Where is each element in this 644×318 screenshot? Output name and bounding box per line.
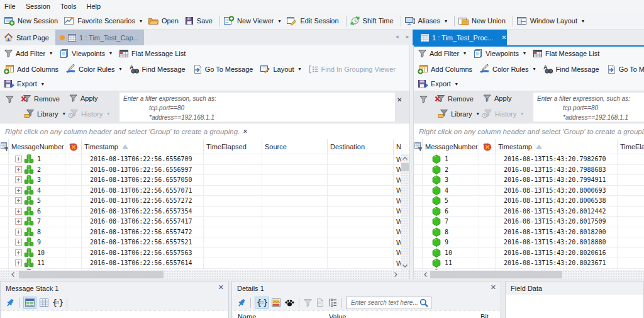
menu-tools[interactable]: Tools [59, 1, 78, 11]
details-search-input[interactable]: Enter search text here... [346, 297, 431, 309]
pin-icon[interactable] [5, 298, 15, 308]
expander-icon[interactable] [15, 249, 22, 256]
close-panel-icon[interactable]: ✕ [491, 283, 496, 292]
table-row[interactable]: 12016-08-13T06:22:56.6556709W [0, 154, 409, 165]
table-row[interactable]: 82016-08-13T15:43:20.8018200 [414, 227, 644, 238]
expander-icon[interactable] [15, 229, 22, 236]
column-header-destination[interactable]: Destination [328, 139, 394, 154]
expander-icon[interactable] [15, 208, 22, 215]
close-filter-icon[interactable]: ✕ [397, 96, 402, 103]
library-filter-button[interactable]: Library▾ [438, 109, 479, 118]
go-to-message-button[interactable]: Go To Message [606, 64, 644, 74]
menu-file[interactable]: File [3, 1, 17, 11]
new-session-button[interactable]: New Session [4, 16, 58, 26]
table-row[interactable]: 102016-08-13T15:43:20.8020616 [414, 248, 644, 259]
table-row[interactable]: 52016-08-13T15:43:20.8006538 [414, 196, 644, 207]
scroll-up-icon[interactable] [401, 154, 409, 163]
save-button[interactable]: Save [184, 16, 213, 26]
horizontal-scrollbar[interactable] [414, 270, 644, 279]
favorite-scenarios-button[interactable]: Favorite Scenarios▾ [64, 16, 142, 26]
column-header-messagenumber[interactable]: MessageNumber [423, 139, 479, 154]
pane-splitter[interactable] [409, 45, 414, 279]
scrollbar-thumb[interactable] [401, 163, 409, 171]
expander-icon[interactable] [15, 156, 22, 162]
details-column-name[interactable]: Name [238, 313, 256, 318]
add-columns-button[interactable]: Add Columns [4, 64, 58, 74]
history-filter-button[interactable]: History▾ [68, 109, 109, 118]
tab-tim-test-cap[interactable]: 1 : Tim_Test_Cap... [55, 30, 144, 45]
menu-help[interactable]: Help [86, 1, 103, 11]
table-row[interactable]: 92016-08-13T06:22:56.6557521W [0, 237, 409, 248]
picture-view-icon[interactable] [271, 298, 282, 307]
table-row[interactable]: 62016-08-13T06:22:56.6557354W [0, 207, 409, 217]
column-header-timeelapsed[interactable]: TimeElapsed [618, 139, 644, 154]
tab-scroll-arrows[interactable]: ◂ ▸ [396, 33, 413, 40]
expander-icon[interactable] [15, 176, 22, 183]
find-message-button[interactable]: AFind Message [129, 64, 186, 74]
shift-time-button[interactable]: Shift Time [350, 16, 394, 26]
table-row[interactable]: 32016-08-13T06:22:56.6557050W [0, 175, 409, 186]
scroll-right-icon[interactable] [391, 270, 400, 279]
scrollbar-thumb[interactable] [430, 271, 562, 278]
library-filter-button[interactable]: Library▾ [24, 109, 65, 118]
expander-icon[interactable] [15, 187, 22, 194]
table-row[interactable]: 112016-08-13T06:22:56.6557614W [0, 258, 409, 269]
braces-view-icon[interactable]: {} [255, 297, 268, 308]
remove-filter-button[interactable]: Remove [435, 94, 474, 103]
go-to-message-button[interactable]: Go To Message [192, 64, 253, 74]
remove-filter-button[interactable]: Remove [21, 94, 60, 103]
paw-icon[interactable] [284, 298, 295, 307]
stack-view-icon[interactable] [24, 297, 36, 308]
table-row[interactable]: 42016-08-13T06:22:56.6557071W [0, 186, 409, 196]
viewpoints-button[interactable]: Viewpoints▾ [473, 48, 526, 59]
table-row[interactable]: 72016-08-13T15:43:20.8017509 [414, 217, 644, 227]
expander-icon[interactable] [15, 259, 22, 266]
table-row[interactable]: 102016-08-13T06:22:56.6557563W [0, 248, 409, 259]
open-button[interactable]: Open [148, 16, 179, 26]
table-row[interactable]: 22016-08-13T15:43:20.7988683 [414, 165, 644, 176]
table-row[interactable]: 62016-08-13T15:43:20.8012442 [414, 207, 644, 217]
column-header-timestamp[interactable]: Timestamp [82, 139, 204, 154]
export-button[interactable]: Export▾ [418, 79, 458, 89]
tab-start-page[interactable]: Start Page [4, 30, 49, 45]
table-row[interactable]: 12016-08-13T15:43:20.7982670 [414, 154, 644, 165]
scroll-left-icon[interactable] [421, 270, 430, 279]
table-row[interactable]: 22016-08-13T06:22:56.6556997W [0, 165, 409, 176]
details-column-value[interactable]: Value [329, 313, 346, 318]
export-button[interactable]: Export▾ [4, 79, 44, 89]
table-row[interactable]: 112016-08-13T15:43:20.8023671 [414, 258, 644, 269]
flat-message-list-button[interactable]: Flat Message List [533, 48, 599, 59]
column-header-n[interactable]: N [394, 139, 409, 154]
expander-icon[interactable] [15, 166, 22, 173]
add-filter-button[interactable]: Add Filter▾ [418, 48, 466, 58]
scroll-left-icon[interactable] [9, 270, 18, 279]
table-row[interactable]: 82016-08-13T06:22:56.6557472W [0, 227, 409, 238]
table-row[interactable]: 72016-08-13T06:22:56.6557417W [0, 217, 409, 227]
column-header-icon[interactable] [0, 139, 9, 154]
table-row[interactable]: 42016-08-13T15:43:20.8000693 [414, 186, 644, 196]
column-header-messagenumber[interactable]: MessageNumber [9, 139, 65, 154]
scroll-down-icon[interactable] [401, 261, 409, 270]
aliases-button[interactable]: Aliases▾ [404, 16, 447, 26]
window-layout-button[interactable]: Window Layout▾ [516, 16, 584, 26]
layout-button[interactable]: Layout▾ [260, 64, 301, 74]
expander-icon[interactable] [15, 239, 22, 246]
tab-tim-test-proc[interactable]: 1 : Tim_Test_Proc... ✕ [413, 30, 507, 45]
scrollbar-thumb[interactable] [19, 271, 164, 278]
color-rules-button[interactable]: Color Rules▾ [479, 64, 535, 74]
column-header-icon[interactable] [479, 139, 496, 154]
column-header-icon[interactable] [414, 139, 423, 154]
expander-icon[interactable] [15, 218, 22, 225]
new-union-button[interactable]: New Union [458, 16, 506, 26]
column-header-timestamp[interactable]: Timestamp [496, 139, 618, 154]
grid-view-icon[interactable] [39, 298, 49, 307]
history-filter-button[interactable]: History▾ [482, 109, 523, 118]
edit-session-button[interactable]: Edit Session [286, 16, 338, 26]
filter-expression-input[interactable]: Enter a filter expression, such as:tcp.p… [533, 93, 644, 122]
apply-filter-button[interactable]: Apply [483, 94, 512, 102]
find-message-button[interactable]: AFind Message [543, 64, 599, 74]
vertical-scrollbar[interactable] [401, 154, 409, 270]
horizontal-scrollbar[interactable] [0, 270, 409, 279]
track-list-icon[interactable] [327, 298, 337, 307]
menu-session[interactable]: Session [25, 1, 52, 11]
